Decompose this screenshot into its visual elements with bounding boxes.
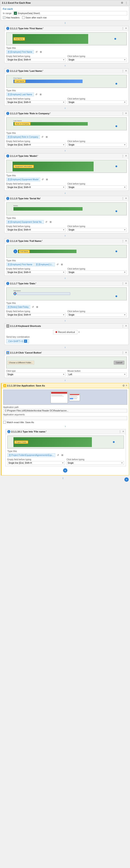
action-more-icon-sub[interactable]: ⋮ xyxy=(119,430,122,433)
empty-field-select-1[interactable]: Single line [End, Shift+H ▼ xyxy=(6,58,66,62)
app-args-value[interactable] xyxy=(3,416,127,420)
add-action-button[interactable]: + xyxy=(124,477,129,482)
action-header-2-1-1-4: i 2.1.1.4 Type Into 'Model:' ⋮ ∧ xyxy=(5,154,128,159)
action-more-icon-5[interactable]: ⋮ xyxy=(121,197,124,200)
empty-field-label-7: Empty field before typing xyxy=(6,310,66,313)
click-before-select-4[interactable]: Single ▼ xyxy=(67,185,127,189)
click-before-select-1[interactable]: Single ▼ xyxy=(67,58,127,62)
link-icon-3[interactable]: ⊞ xyxy=(45,135,48,139)
has-headers-item[interactable]: Has headers xyxy=(3,16,20,19)
action-more-icon-9[interactable]: ⋮ xyxy=(121,351,124,354)
record-dropdown-arrow[interactable]: ▼ xyxy=(78,331,80,333)
has-headers-checkbox[interactable] xyxy=(3,16,5,19)
use-app-gear-icon[interactable]: ⚙ xyxy=(122,384,125,387)
app-args-row: Application arguments xyxy=(3,413,127,420)
click-before-select-7[interactable]: Single ▼ xyxy=(67,313,127,317)
plus-connector-5 xyxy=(0,234,130,238)
action-body-2-1-1-9: Choose a Different Folder... Cancel! Cli… xyxy=(5,355,128,378)
action-expand-icon[interactable]: ∧ xyxy=(125,27,127,30)
action-more-icon-3[interactable]: ⋮ xyxy=(121,112,124,115)
record-shortcut-label: Record shortcut xyxy=(58,331,75,333)
action-title-2-1-1-2: 2.1.1.2 Type Into 'Last Name:' xyxy=(10,70,43,72)
save-after-row-item[interactable]: Save after each row xyxy=(22,16,46,19)
more-icon[interactable]: ⋮ xyxy=(125,1,128,5)
app-path-value[interactable]: C:\Program Files (x86)\Adobe\Acrobat Rea… xyxy=(3,409,127,412)
action-header-2-1-1-9: 👆 2.1.1.9 Click 'Cancel Button' ⋮ ∧ xyxy=(5,350,128,355)
click-before-select-2[interactable]: Single ▼ xyxy=(67,100,127,104)
empty-field-select-2[interactable]: Single line [End, Shift+H ▼ xyxy=(6,100,66,104)
link-icon-1[interactable]: ⊞ xyxy=(39,50,42,54)
empty-field-select-sub[interactable]: Single line [End, Shift+H ▼ xyxy=(7,461,65,465)
refresh-icon-5[interactable]: ↺ xyxy=(45,220,48,224)
add-sub-action-button[interactable]: + xyxy=(63,468,67,473)
empty-field-select-4[interactable]: Single line [End, Shift+H ▼ xyxy=(6,185,66,189)
action-expand-icon-7[interactable]: ∧ xyxy=(125,282,127,285)
in-range-field[interactable]: X EmployeeData] Sheet1 xyxy=(13,11,127,16)
click-before-select-5[interactable]: Single ▼ xyxy=(67,228,127,231)
action-expand-icon-6[interactable]: ∧ xyxy=(125,240,127,243)
action-header-icons-8: ⋮ ∧ xyxy=(121,324,127,328)
action-expand-icon-5[interactable]: ∧ xyxy=(125,197,127,200)
screenshot-2-1-1-6: 1 Full Name xyxy=(6,245,127,258)
action-expand-icon-2[interactable]: ∧ xyxy=(125,69,127,72)
empty-field-select-7[interactable]: Single line [End, Shift+H ▼ xyxy=(6,313,66,317)
empty-field-value-1: Single line [End, Shift+H xyxy=(7,59,31,61)
mouse-button-select[interactable]: Left ▼ xyxy=(67,373,127,376)
action-expand-icon-8[interactable]: ∧ xyxy=(125,324,127,328)
refresh-icon-sub[interactable]: ↺ xyxy=(56,454,60,457)
action-more-icon-6[interactable]: ⋮ xyxy=(121,240,124,243)
match-exact-checkbox[interactable] xyxy=(3,421,6,424)
mouse-button-group: Mouse button Left ▼ xyxy=(67,370,127,376)
empty-field-select-6[interactable]: Single line [End, Shift+H ▼ xyxy=(6,271,66,274)
click-type-select[interactable]: Single ▼ xyxy=(6,373,66,376)
save-after-row-checkbox[interactable] xyxy=(22,16,25,19)
click-before-group-6: Click before typing Single ▼ xyxy=(67,268,127,274)
click-before-value-3: Single xyxy=(68,144,74,146)
type-value-row-2: [f] [Employee] Last Name ↺ ⊞ xyxy=(6,93,127,96)
action-more-icon-8[interactable]: ⋮ xyxy=(121,324,124,328)
click-before-group-4: Click before typing Single ▼ xyxy=(67,183,127,189)
link-icon-6[interactable]: ⊞ xyxy=(60,263,63,266)
empty-field-select-5[interactable]: Single line [End, Shift+H ▼ xyxy=(6,228,66,231)
click-before-select-3[interactable]: Single ▼ xyxy=(67,143,127,147)
refresh-icon-6[interactable]: ↺ xyxy=(56,263,59,266)
action-more-icon-4[interactable]: ⋮ xyxy=(121,154,124,157)
click-before-select-sub[interactable]: Single ▼ xyxy=(67,461,124,465)
refresh-icon-1[interactable]: ↺ xyxy=(35,50,38,54)
link-icon-7[interactable]: ⊞ xyxy=(35,305,39,309)
action-expand-icon-sub[interactable]: ∧ xyxy=(122,430,124,433)
field-highlight-last-name: Last Name xyxy=(14,80,26,83)
link-icon-2[interactable]: ⊞ xyxy=(39,93,42,96)
action-expand-icon-3[interactable]: ∧ xyxy=(125,112,127,115)
link-icon-sub[interactable]: ⊞ xyxy=(60,454,64,457)
refresh-icon-4[interactable]: ↺ xyxy=(41,178,44,181)
action-expand-icon-9[interactable]: ∧ xyxy=(125,351,127,354)
action-header-left-sub: i 2.1.1.10.1 Type Into 'File name:' xyxy=(7,430,46,433)
action-header-left-7: i 2.1.1.7 Type Into 'Date:' xyxy=(6,282,36,285)
action-more-icon-2[interactable]: ⋮ xyxy=(121,69,124,72)
record-shortcut-button[interactable]: Record shortcut xyxy=(53,330,77,334)
empty-field-select-3[interactable]: Single line [End, Shift+H ▼ xyxy=(6,143,66,147)
type-value-row-1: [f] [Employee] First Name ↺ ⊞ xyxy=(6,50,127,54)
link-icon-5[interactable]: ⊞ xyxy=(49,220,53,224)
refresh-icon-3[interactable]: ↺ xyxy=(41,135,44,139)
match-exact-row: Match exact title: Save As xyxy=(3,421,127,424)
field-tag-icon-4: [f] xyxy=(8,178,9,181)
refresh-icon-7[interactable]: ↺ xyxy=(31,305,34,309)
action-more-icon-7[interactable]: ⋮ xyxy=(121,282,124,285)
app-dialog-preview xyxy=(69,394,80,401)
link-icon-4[interactable]: ⊞ xyxy=(45,178,49,181)
action-more-icon[interactable]: ⋮ xyxy=(121,27,124,30)
action-body-sub: Project Folder Type this [f] Project Fol… xyxy=(6,434,126,466)
screenshot-2-1-1-3: Last Name Role in Company xyxy=(6,117,127,130)
action-expand-icon-4[interactable]: ∧ xyxy=(125,154,127,157)
use-app-expand-icon[interactable]: ∧ xyxy=(126,384,127,387)
click-before-select-6[interactable]: Single ▼ xyxy=(67,271,127,274)
empty-field-label-4: Empty field before typing xyxy=(6,183,66,185)
key-combo-remove-button[interactable]: ✕ xyxy=(24,340,27,343)
field-tag-3: [f] [Employee] Role in Company xyxy=(6,135,40,139)
action-header-icons-sub: ⋮ ∧ xyxy=(119,430,124,433)
type-value-row-4: [f] [Employee] Equipment Model ↺ ⊞ xyxy=(6,178,127,181)
refresh-icon-2[interactable]: ↺ xyxy=(35,93,38,96)
gear-icon[interactable]: ⚙ xyxy=(120,1,124,5)
